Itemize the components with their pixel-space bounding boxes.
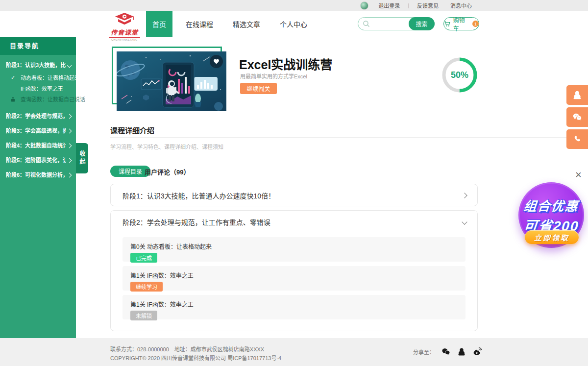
- share-qq-button[interactable]: [457, 347, 466, 356]
- sidebar-collapse-tab[interactable]: 收起: [76, 143, 88, 173]
- message-center-link[interactable]: 消息中心: [450, 1, 472, 9]
- detail-summary: 学习流程、学习特色、课程详细介绍、课程须知: [110, 143, 223, 150]
- favorite-button[interactable]: [210, 55, 223, 68]
- detail-heading: 课程详细介绍: [110, 125, 154, 135]
- accordion-stage-1-header[interactable]: 阶段1：认识3大技能，比普通人办公速度快10倍！: [111, 184, 477, 206]
- nav-item-articles[interactable]: 精选文章: [226, 11, 267, 37]
- sidebar-stage-2[interactable]: 阶段2：学会处理与规范，让工作...: [0, 109, 76, 123]
- progress-value: 50%: [440, 55, 479, 95]
- float-phone-button[interactable]: [566, 129, 588, 149]
- footer-contact: 联系方式：028-0000000 地址：成都市武侯区槐树店南路XXXX: [110, 345, 264, 353]
- sidebar-stage-6[interactable]: 阶段6：可视化数据分析，帮老板...: [0, 168, 76, 182]
- sidebar-stage-3[interactable]: 阶段3：学会高级透视，拥有同时...: [0, 123, 76, 138]
- course-title: Excel实战训练营: [239, 55, 332, 73]
- tab-user-comments[interactable]: 用户评论（99）: [145, 167, 190, 176]
- nav-links: 首页 在线课程 精选文章 个人中心: [146, 11, 320, 37]
- status-badge-locked[interactable]: 未解锁: [130, 311, 157, 320]
- search-button[interactable]: 搜索: [409, 17, 435, 30]
- qq-icon: [457, 347, 466, 356]
- heart-icon: [213, 58, 220, 65]
- main-navbar: 传音课堂 CHUANYINKETANG 首页 在线课程 精选文章 个人中心 搜索…: [0, 11, 588, 37]
- chevron-right-icon: [462, 193, 467, 198]
- course-subtitle: 用最简单实用的方式学Excel: [240, 72, 307, 80]
- phone-icon: [573, 135, 582, 144]
- cart-icon: [444, 20, 451, 27]
- chevron-down-icon: [67, 63, 72, 68]
- divider: [110, 137, 582, 138]
- sidebar-lesson-dashboard[interactable]: ✓ 动态看板：让表格动起来: [0, 73, 76, 83]
- share-bar: 分享至：: [413, 346, 483, 357]
- chevron-right-icon: [67, 114, 72, 119]
- sidebar-stage-1[interactable]: 阶段1：认识3大技能，比普通人...: [0, 58, 76, 73]
- top-utility-bar: 退出登录 | 反馈意见 消息中心: [0, 0, 588, 11]
- lesson-card-0[interactable]: 第0关 动态看板：让表格动起来 已完成: [122, 237, 466, 262]
- page: 退出登录 | 反馈意见 消息中心 传音课堂 CHUANYINKETANG 首页 …: [0, 0, 588, 366]
- lesson-card-1[interactable]: 第1关 IF函数：效率之王 继续学习: [122, 266, 466, 291]
- float-qq-button[interactable]: [566, 85, 588, 105]
- chevron-down-icon: [462, 219, 467, 224]
- divider: |: [408, 2, 409, 8]
- search-icon: [363, 20, 370, 28]
- sidebar-title: 目录导航: [0, 37, 76, 55]
- status-badge-continue[interactable]: 继续学习: [130, 282, 163, 292]
- wechat-icon: [441, 347, 451, 357]
- sidebar-stage-1-group: 阶段1：认识3大技能，比普通人... ✓ 动态看板：让表格动起来 IF函数：效率…: [0, 58, 76, 105]
- progress-ring: 50%: [440, 55, 479, 95]
- float-wechat-button[interactable]: [566, 107, 588, 127]
- chevron-right-icon: [67, 143, 72, 148]
- accordion-stage-1: 阶段1：认识3大技能，比普通人办公速度快10倍！: [110, 184, 478, 206]
- lesson-list: 第0关 动态看板：让表格动起来 已完成 第1关 IF函数：效率之王 继续学习 第…: [111, 233, 477, 319]
- cart-count-badge: 1: [472, 21, 479, 27]
- logout-link[interactable]: 退出登录: [378, 1, 400, 9]
- chevron-right-icon: [67, 128, 72, 133]
- accordion-stage-2-header[interactable]: 阶段2：学会处理与规范，让工作有重点、零错误: [111, 211, 477, 233]
- logo-subtitle: CHUANYINKETANG: [109, 38, 140, 41]
- promo-claim-button[interactable]: 立即领取: [525, 230, 579, 244]
- share-label: 分享至：: [413, 348, 435, 356]
- search-box: 搜索: [358, 17, 435, 30]
- check-icon: ✓: [11, 74, 15, 81]
- catalog-sidebar: 目录导航 阶段1：认识3大技能，比普通人... ✓ 动态看板：让表格动起来 IF…: [0, 37, 76, 338]
- wechat-icon: [572, 112, 583, 122]
- weibo-icon: [472, 346, 483, 357]
- nav-item-home[interactable]: 首页: [146, 11, 172, 37]
- lock-icon: [11, 97, 15, 103]
- logo-cap-icon: [114, 13, 135, 25]
- avatar[interactable]: [360, 1, 368, 10]
- sidebar-stage-5[interactable]: 阶段5：进阶图表美化，让汇报一...: [0, 153, 76, 168]
- feedback-link[interactable]: 反馈意见: [417, 1, 439, 9]
- logo-title: 传音课堂: [109, 27, 140, 38]
- promo-text-line1: 组合优惠: [523, 196, 580, 214]
- cart-label: 购物车: [453, 16, 470, 32]
- sidebar-stage-4[interactable]: 阶段4：大批数据自动统计分析，...: [0, 138, 76, 153]
- sidebar-lesson-if[interactable]: IF函数：效率之王: [0, 83, 76, 94]
- nav-item-courses[interactable]: 在线课程: [179, 11, 220, 37]
- chevron-right-icon: [67, 172, 72, 177]
- sidebar-lesson-query-locked[interactable]: 查询函数：让数据自己说话: [0, 94, 76, 105]
- promo-close-button[interactable]: ×: [575, 170, 582, 180]
- status-badge-done[interactable]: 已完成: [130, 253, 157, 263]
- continue-button[interactable]: 继续闯关: [240, 83, 277, 94]
- share-weibo-button[interactable]: [472, 346, 483, 357]
- logo[interactable]: 传音课堂 CHUANYINKETANG: [109, 13, 140, 41]
- share-wechat-button[interactable]: [441, 347, 451, 357]
- lesson-card-2[interactable]: 第1关 IF函数：效率之王 未解锁: [122, 295, 466, 319]
- footer-copyright: COPYRIGHT© 2020 四川传音课堂科技有限公司 蜀ICP备170177…: [110, 354, 281, 362]
- accordion-stage-2: 阶段2：学会处理与规范，让工作有重点、零错误 第0关 动态看板：让表格动起来 已…: [110, 210, 478, 331]
- nav-item-profile[interactable]: 个人中心: [273, 11, 314, 37]
- chevron-right-icon: [67, 158, 72, 163]
- qq-icon: [572, 90, 582, 100]
- footer: 联系方式：028-0000000 地址：成都市武侯区槐树店南路XXXX COPY…: [0, 338, 588, 366]
- cart-button[interactable]: 购物车 1: [443, 17, 479, 30]
